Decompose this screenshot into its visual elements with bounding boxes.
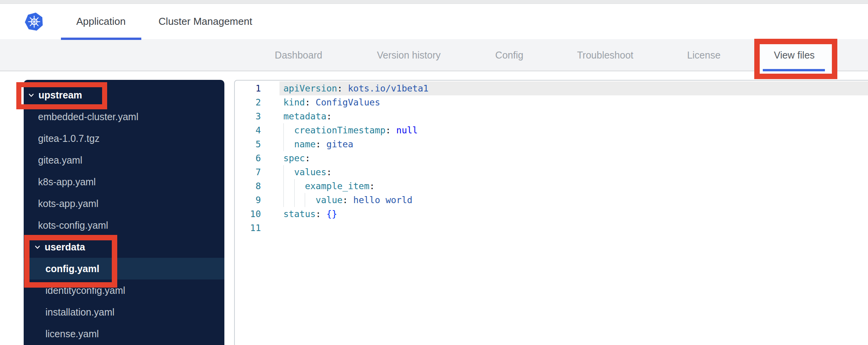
line-number: 2: [235, 95, 261, 109]
token-str: gitea: [321, 139, 353, 149]
subnav-item-troubleshoot[interactable]: Troubleshoot: [577, 39, 634, 71]
code-area[interactable]: 1apiVersion: kots.io/v1beta12kind: Confi…: [235, 81, 868, 235]
code-line-5[interactable]: 5 name: gitea: [235, 137, 868, 151]
indent-guide: [283, 179, 284, 193]
token-key: kind: [283, 97, 305, 107]
tree-file-k8s-app.yaml[interactable]: k8s-app.yaml: [24, 171, 224, 193]
subnav-item-version-history[interactable]: Version history: [377, 39, 441, 71]
code-line-10[interactable]: 10status: {}: [235, 207, 868, 221]
token-punc: :: [370, 181, 375, 191]
tree-item-label: installation.yaml: [45, 301, 115, 323]
tree-item-label: k8s-app.yaml: [38, 171, 96, 193]
tree-item-label: kots-app.yaml: [38, 193, 99, 214]
token-key: value: [316, 195, 342, 205]
code-line-11[interactable]: 11: [235, 221, 868, 235]
tree-file-kots-config.yaml[interactable]: kots-config.yaml: [24, 214, 224, 236]
token-punc: :: [385, 125, 391, 135]
token-str: hello world: [348, 195, 412, 205]
code-line-6[interactable]: 6spec:: [235, 151, 868, 165]
tree-item-label: kots-config.yaml: [38, 214, 108, 236]
tree-file-license.yaml[interactable]: license.yaml: [24, 323, 224, 345]
token-punc: :: [326, 167, 332, 177]
token-sp: [283, 195, 316, 205]
token-brace: {}: [321, 209, 337, 219]
tree-file-kots-app.yaml[interactable]: kots-app.yaml: [24, 193, 224, 214]
code-line-2[interactable]: 2kind: ConfigValues: [235, 95, 868, 109]
tree-item-label: license.yaml: [45, 323, 99, 345]
token-key: name: [294, 139, 316, 149]
kubernetes-logo-icon: [24, 11, 44, 33]
tab-cluster-management[interactable]: Cluster Management: [158, 4, 252, 39]
code-line-8[interactable]: 8 example_item:: [235, 179, 868, 193]
tree-file-gitea.yaml[interactable]: gitea.yaml: [24, 149, 224, 171]
line-content: metadata:: [279, 109, 868, 123]
token-sp: [283, 139, 294, 149]
token-key: creationTimestamp: [294, 125, 385, 135]
token-key: status: [283, 209, 316, 219]
indent-guide: [294, 179, 295, 193]
subnav-item-config[interactable]: Config: [495, 39, 523, 71]
code-line-7[interactable]: 7 values:: [235, 165, 868, 179]
subnav-item-license[interactable]: License: [687, 39, 720, 71]
token-punc: :: [316, 209, 321, 219]
code-line-1[interactable]: 1apiVersion: kots.io/v1beta1: [235, 81, 868, 95]
tree-file-installation.yaml[interactable]: installation.yaml: [24, 301, 224, 323]
code-line-4[interactable]: 4 creationTimestamp: null: [235, 123, 868, 137]
line-content: apiVersion: kots.io/v1beta1: [279, 81, 868, 95]
file-tree: upstreamembedded-cluster.yamlgitea-1.0.7…: [24, 80, 224, 345]
line-number: 10: [235, 207, 261, 221]
line-content: value: hello world: [279, 193, 868, 207]
indent-guide: [283, 193, 284, 207]
token-punc: :: [316, 139, 321, 149]
line-number: 6: [235, 151, 261, 165]
line-number: 8: [235, 179, 261, 193]
indent-guide: [283, 137, 284, 151]
line-number: 5: [235, 137, 261, 151]
token-key: metadata: [283, 111, 326, 121]
indent-guide: [283, 123, 284, 137]
annotation-box-userdata-config: [24, 235, 117, 288]
code-line-9[interactable]: 9 value: hello world: [235, 193, 868, 207]
line-content: values:: [279, 165, 868, 179]
tree-item-label: gitea.yaml: [38, 149, 82, 171]
line-content: spec:: [279, 151, 868, 165]
token-sp: [283, 167, 294, 177]
line-content: name: gitea: [279, 137, 868, 151]
token-str: ConfigValues: [310, 97, 380, 107]
token-punc: :: [342, 195, 348, 205]
token-punc: :: [326, 111, 332, 121]
line-number: 9: [235, 193, 261, 207]
annotation-box-view-files: [754, 39, 837, 79]
line-number: 4: [235, 123, 261, 137]
token-key: example_item: [305, 181, 369, 191]
tree-item-label: gitea-1.0.7.tgz: [38, 128, 99, 149]
file-tree-sidebar: upstreamembedded-cluster.yamlgitea-1.0.7…: [24, 80, 224, 345]
code-line-3[interactable]: 3metadata:: [235, 109, 868, 123]
line-content: example_item:: [279, 179, 868, 193]
app-header: Application Cluster Management: [0, 4, 868, 39]
line-number: 3: [235, 109, 261, 123]
line-content: kind: ConfigValues: [279, 95, 868, 109]
application-tab-active-underline: [61, 38, 141, 40]
line-content: status: {}: [279, 207, 868, 221]
token-key: values: [294, 167, 326, 177]
token-sp: [283, 125, 294, 135]
line-number: 11: [235, 221, 261, 235]
token-punc: :: [337, 83, 342, 93]
token-punc: :: [305, 153, 310, 163]
line-number: 1: [235, 81, 261, 95]
window-top-strip: [0, 0, 868, 4]
line-number: 7: [235, 165, 261, 179]
token-kw: null: [391, 125, 418, 135]
indent-guide: [283, 165, 284, 179]
token-key: spec: [283, 153, 305, 163]
yaml-editor-panel: 1apiVersion: kots.io/v1beta12kind: Confi…: [234, 80, 868, 345]
tab-application[interactable]: Application: [76, 4, 125, 39]
tree-file-gitea-1.0.7.tgz[interactable]: gitea-1.0.7.tgz: [24, 128, 224, 149]
subnav-item-dashboard[interactable]: Dashboard: [275, 39, 322, 71]
indent-guide: [294, 193, 295, 207]
token-punc: :: [305, 97, 310, 107]
token-key: apiVersion: [283, 83, 337, 93]
annotation-box-upstream: [16, 82, 107, 109]
line-content: creationTimestamp: null: [279, 123, 868, 137]
